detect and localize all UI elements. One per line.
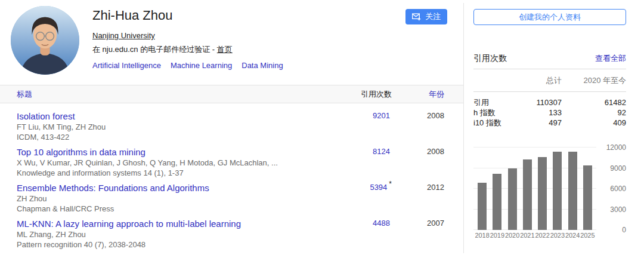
profile-name: Zhi-Hua Zhou xyxy=(92,8,405,23)
stats-rows: 引用 110307 61482 h 指数 133 92 i10 指数 497 4… xyxy=(473,92,626,128)
chart-bar-cell xyxy=(580,148,595,230)
chart-bar-2025[interactable] xyxy=(583,165,592,230)
sidebar: 创建我的个人资料 引用次数 查看全部 总计 2020 年至今 引用 110307… xyxy=(464,0,644,258)
follow-button[interactable]: 关注 xyxy=(405,9,447,24)
chart-bar-2020[interactable] xyxy=(508,168,517,230)
publication-row: Top 10 algorithms in data mining X Wu, V… xyxy=(0,139,463,175)
scholar-profile-page: Zhi-Hua Zhou Nanjing University 在 nju.ed… xyxy=(0,0,644,258)
stat-label: i10 指数 xyxy=(473,118,508,128)
chart-bar-cell xyxy=(520,148,535,230)
publication-venue: ICDM, 413-422 xyxy=(17,133,320,142)
stat-total: 497 xyxy=(508,118,562,128)
publication-authors: FT Liu, KM Ting, ZH Zhou xyxy=(17,122,320,131)
profile-photo xyxy=(11,6,79,75)
stats-col-recent: 2020 年至今 xyxy=(562,75,626,86)
publication-authors: ZH Zhou xyxy=(17,194,320,203)
stat-recent: 61482 xyxy=(562,97,626,108)
citation-count-link[interactable]: 5394 xyxy=(370,183,387,192)
profile-info: Zhi-Hua Zhou Nanjing University 在 nju.ed… xyxy=(92,6,405,70)
stat-recent: 409 xyxy=(562,118,626,128)
stats-row-citations: 引用 110307 61482 xyxy=(473,97,626,108)
publication-row: ML-KNN: A lazy learning approach to mult… xyxy=(0,211,463,247)
chart-x-tick-label: 2018 xyxy=(475,232,490,239)
cited-by-panel: 引用次数 查看全部 总计 2020 年至今 引用 110307 61482 h … xyxy=(473,53,626,128)
chart-bar-2022[interactable] xyxy=(538,157,547,230)
interest-tag-data-mining[interactable]: Data Mining xyxy=(242,61,283,70)
stats-col-total: 总计 xyxy=(508,75,562,86)
chart-y-tick-label: 3000 xyxy=(610,206,626,213)
affiliation-link[interactable]: Nanjing University xyxy=(92,31,155,40)
citation-count-link[interactable]: 9201 xyxy=(373,111,390,120)
create-profile-button[interactable]: 创建我的个人资料 xyxy=(473,9,626,25)
publication-main: Ensemble Methods: Foundations and Algori… xyxy=(17,183,320,213)
chart-x-tick-label: 2024 xyxy=(565,232,580,239)
chart-y-tick-label: 6000 xyxy=(610,185,626,192)
publication-venue: Chapman & Hall/CRC Press xyxy=(17,204,320,213)
citation-count-cell: 5394* xyxy=(320,183,392,213)
citation-count-link[interactable]: 8124 xyxy=(373,147,390,156)
publication-venue: Pattern recognition 40 (7), 2038-2048 xyxy=(17,240,320,249)
publication-year: 2012 xyxy=(392,183,444,213)
chart-bar-2018[interactable] xyxy=(478,183,487,230)
stat-label: h 指数 xyxy=(473,108,508,118)
citations-chart-x-labels: 20182019202020212022202320242025 xyxy=(473,232,596,239)
citation-count-link[interactable]: 4488 xyxy=(373,219,390,228)
citation-count-cell: 4488 xyxy=(320,219,392,249)
chart-x-tick-label: 2019 xyxy=(490,232,504,239)
publication-row: Isolation forest FT Liu, KM Ting, ZH Zho… xyxy=(0,103,463,139)
stats-row-i10-index: i10 指数 497 409 xyxy=(473,118,626,128)
spacer xyxy=(473,75,508,86)
chart-bar-cell xyxy=(490,148,504,230)
chart-y-tick-label: 0 xyxy=(622,226,626,234)
follow-button-label: 关注 xyxy=(425,11,441,22)
view-all-link[interactable]: 查看全部 xyxy=(595,53,626,64)
citation-count-cell: 9201 xyxy=(320,111,392,142)
cited-by-header: 引用次数 查看全部 xyxy=(473,53,626,64)
chart-x-tick-label: 2021 xyxy=(520,232,535,239)
sort-by-year-link[interactable]: 年份 xyxy=(392,89,444,100)
publication-title-link[interactable]: Ensemble Methods: Foundations and Algori… xyxy=(17,183,320,193)
verified-email-line: 在 nju.edu.cn 的电子邮件经过验证 - 首页 xyxy=(92,44,405,55)
chart-bar-2019[interactable] xyxy=(493,174,501,230)
chart-y-tick-label: 9000 xyxy=(610,165,626,172)
publication-year: 2008 xyxy=(392,111,444,142)
interest-tag-artificial-intelligence[interactable]: Artificial Intelligence xyxy=(92,61,161,70)
chart-x-tick-label: 2020 xyxy=(505,232,520,239)
sort-by-citations-label: 引用次数 xyxy=(320,89,392,100)
chart-bar-2023[interactable] xyxy=(553,152,562,230)
stats-row-h-index: h 指数 133 92 xyxy=(473,108,626,118)
citation-count-cell: 8124 xyxy=(320,147,392,177)
chart-bar-cell xyxy=(565,148,580,230)
chart-bar-cell xyxy=(535,148,550,230)
interest-tags: Artificial Intelligence Machine Learning… xyxy=(92,61,405,70)
sort-by-title-link[interactable]: 标题 xyxy=(17,89,320,100)
publication-title-link[interactable]: Isolation forest xyxy=(17,111,320,121)
citations-chart-y-labels: 120009000600030000 xyxy=(599,148,626,230)
profile-header: Zhi-Hua Zhou Nanjing University 在 nju.ed… xyxy=(0,0,463,75)
merged-citation-asterisk: * xyxy=(389,180,392,188)
chart-bars xyxy=(473,148,596,230)
chart-x-tick-label: 2025 xyxy=(580,232,595,239)
verified-email-text: 在 nju.edu.cn 的电子邮件经过验证 - xyxy=(92,45,217,54)
chart-bar-2021[interactable] xyxy=(523,159,532,230)
interest-tag-machine-learning[interactable]: Machine Learning xyxy=(171,61,232,70)
stats-column-headers: 总计 2020 年至今 xyxy=(473,69,626,91)
publication-main: Isolation forest FT Liu, KM Ting, ZH Zho… xyxy=(17,111,320,142)
publication-year: 2008 xyxy=(392,147,444,177)
chart-bar-2024[interactable] xyxy=(568,152,577,230)
homepage-link[interactable]: 首页 xyxy=(217,45,233,54)
publication-year: 2007 xyxy=(392,219,444,249)
publications-table-header: 标题 引用次数 年份 xyxy=(0,85,463,103)
publication-venue: Knowledge and information systems 14 (1)… xyxy=(17,168,320,177)
chart-bar-cell xyxy=(475,148,490,230)
mail-add-icon xyxy=(412,13,421,21)
profile-photo-illustration xyxy=(11,6,79,75)
publication-authors: X Wu, V Kumar, JR Quinlan, J Ghosh, Q Ya… xyxy=(17,158,320,167)
publication-main: ML-KNN: A lazy learning approach to mult… xyxy=(17,219,320,249)
publication-title-link[interactable]: ML-KNN: A lazy learning approach to mult… xyxy=(17,219,320,229)
citations-chart-plot xyxy=(473,148,596,230)
publication-authors: ML Zhang, ZH Zhou xyxy=(17,230,320,239)
chart-bar-cell xyxy=(505,148,520,230)
chart-x-tick-label: 2023 xyxy=(550,232,565,239)
publication-title-link[interactable]: Top 10 algorithms in data mining xyxy=(17,147,320,157)
